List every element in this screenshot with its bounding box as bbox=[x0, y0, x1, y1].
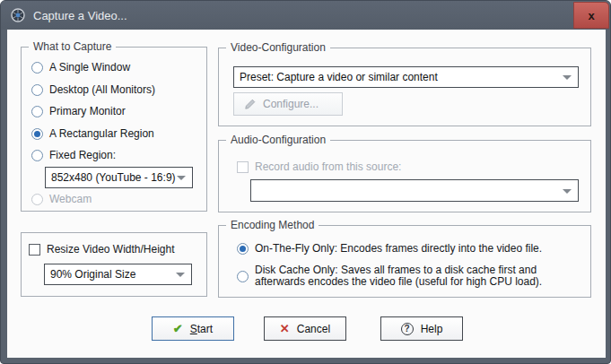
cancel-button-label: Cancel bbox=[297, 323, 330, 335]
fixed-region-size-dropdown[interactable]: 852x480 (YouTube - 16:9) bbox=[45, 167, 193, 188]
resize-checkbox-label: Resize Video Width/Height bbox=[47, 243, 175, 256]
radio-desktop[interactable] bbox=[31, 84, 43, 96]
radio-single-window[interactable] bbox=[31, 62, 43, 74]
radio-row-desktop[interactable]: Desktop (All Monitors) bbox=[31, 82, 155, 97]
record-audio-checkbox-row: Record audio from this source: bbox=[237, 160, 401, 174]
resize-size-dropdown[interactable]: 90% Original Size bbox=[44, 264, 192, 285]
group-what-to-capture: What to Capture A Single Window Desktop … bbox=[21, 47, 207, 212]
dialog-content: What to Capture A Single Window Desktop … bbox=[7, 30, 606, 358]
record-audio-label: Record audio from this source: bbox=[255, 160, 401, 173]
aperture-icon bbox=[11, 8, 25, 22]
video-preset-value: Preset: Capture a video or similar conte… bbox=[240, 71, 438, 83]
capture-video-dialog: Capture a Video... x What to Capture A S… bbox=[0, 0, 611, 364]
group-audio-configuration: Audio-Configuration Record audio from th… bbox=[218, 140, 591, 212]
group-title-audio-configuration: Audio-Configuration bbox=[226, 134, 330, 146]
dropdown-arrow-icon bbox=[563, 75, 572, 80]
radio-primary-monitor[interactable] bbox=[31, 106, 43, 117]
resize-size-value: 90% Original Size bbox=[50, 268, 135, 281]
dropdown-arrow-icon bbox=[563, 189, 572, 194]
radio-row-webcam: Webcam bbox=[31, 192, 92, 206]
start-button-label: Start bbox=[190, 323, 213, 335]
configure-button: Configure... bbox=[233, 92, 343, 116]
radio-on-the-fly[interactable] bbox=[237, 243, 249, 255]
radio-row-disk-cache[interactable]: Disk Cache Only: Saves all frames to a d… bbox=[237, 264, 589, 289]
checkmark-icon: ✔ bbox=[173, 323, 183, 334]
resize-checkbox-row[interactable]: Resize Video Width/Height bbox=[29, 242, 175, 256]
fixed-region-size-value: 852x480 (YouTube - 16:9) bbox=[51, 171, 176, 184]
title-bar[interactable]: Capture a Video... bbox=[1, 1, 610, 30]
radio-label-single-window: A Single Window bbox=[49, 61, 130, 74]
radio-webcam bbox=[31, 194, 43, 205]
group-title-video-configuration: Video-Configuration bbox=[226, 41, 330, 54]
dropdown-arrow-icon bbox=[177, 176, 186, 180]
radio-fixed-region[interactable] bbox=[31, 150, 43, 161]
radio-row-primary-monitor[interactable]: Primary Monitor bbox=[31, 104, 126, 118]
radio-label-on-the-fly: On-The-Fly Only: Encodes frames directly… bbox=[255, 242, 542, 255]
video-preset-dropdown[interactable]: Preset: Capture a video or similar conte… bbox=[233, 66, 579, 88]
radio-row-single-window[interactable]: A Single Window bbox=[31, 60, 130, 74]
group-resize: Resize Video Width/Height 90% Original S… bbox=[21, 232, 207, 297]
close-button[interactable]: x bbox=[573, 2, 609, 29]
configure-button-label: Configure... bbox=[263, 98, 319, 110]
close-icon: x bbox=[588, 9, 594, 22]
radio-row-on-the-fly[interactable]: On-The-Fly Only: Encodes frames directly… bbox=[237, 241, 542, 256]
help-button[interactable]: ? Help bbox=[380, 316, 463, 341]
cancel-button[interactable]: ✕ Cancel bbox=[264, 316, 346, 341]
radio-row-fixed-region[interactable]: Fixed Region: bbox=[31, 148, 116, 162]
radio-label-fixed-region: Fixed Region: bbox=[49, 149, 116, 161]
group-title-what-to-capture: What to Capture bbox=[29, 40, 116, 53]
dropdown-arrow-icon bbox=[176, 273, 185, 277]
record-audio-checkbox bbox=[237, 161, 249, 173]
group-video-configuration: Video-Configuration Preset: Capture a vi… bbox=[218, 48, 591, 126]
radio-label-primary-monitor: Primary Monitor bbox=[49, 105, 126, 117]
radio-disk-cache[interactable] bbox=[237, 271, 249, 282]
help-button-label: Help bbox=[421, 323, 443, 335]
group-encoding-method: Encoding Method On-The-Fly Only: Encodes… bbox=[218, 225, 591, 298]
window-title: Capture a Video... bbox=[33, 9, 127, 22]
radio-label-rectangular-region: A Rectangular Region bbox=[49, 127, 154, 140]
cancel-x-icon: ✕ bbox=[280, 323, 290, 334]
radio-label-disk-cache: Disk Cache Only: Saves all frames to a d… bbox=[255, 264, 589, 288]
pencil-icon bbox=[244, 99, 256, 110]
radio-row-rectangular-region[interactable]: A Rectangular Region bbox=[31, 126, 154, 141]
start-button[interactable]: ✔ Start bbox=[152, 316, 234, 341]
radio-label-webcam: Webcam bbox=[49, 193, 92, 205]
help-icon: ? bbox=[401, 323, 414, 335]
audio-source-dropdown bbox=[250, 179, 579, 202]
resize-checkbox[interactable] bbox=[29, 244, 40, 256]
radio-label-desktop: Desktop (All Monitors) bbox=[49, 83, 155, 96]
radio-rectangular-region[interactable] bbox=[31, 128, 43, 140]
group-title-encoding-method: Encoding Method bbox=[226, 219, 319, 231]
